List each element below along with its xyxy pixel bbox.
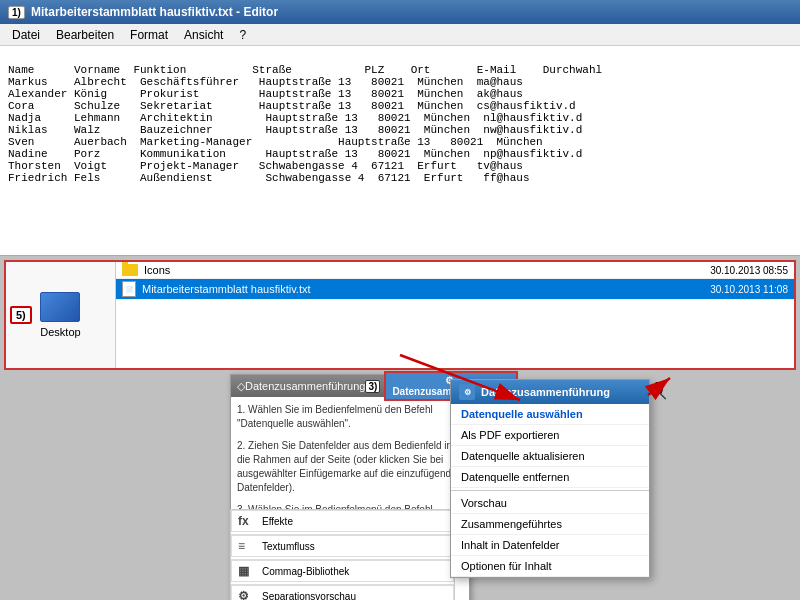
popup-inhalt[interactable]: Inhalt in Datenfelder — [451, 535, 649, 556]
editor-row-7: Nadine Porz Kommunikation Hauptstraße 13… — [8, 148, 582, 160]
fx-commag-label: Commag-Bibliothek — [262, 566, 349, 577]
menu-format[interactable]: Format — [122, 26, 176, 44]
title-bar: 1) Mitarbeiterstammblatt hausfiktiv.txt … — [0, 0, 800, 24]
fx-icon: fx — [238, 514, 256, 528]
editor-row-2: Alexander König Prokurist Hauptstraße 13… — [8, 88, 523, 100]
desktop-image — [40, 292, 80, 322]
editor-row-4: Nadja Lehmann Architektin Hauptstraße 13… — [8, 112, 582, 124]
file-row-txt[interactable]: 📄 Mitarbeiterstammblatt hausfiktiv.txt 3… — [116, 279, 794, 300]
editor-row-6: Sven Auerbach Marketing-Manager Hauptstr… — [8, 136, 543, 148]
menu-help[interactable]: ? — [231, 26, 254, 44]
popup-optionen[interactable]: Optionen für Inhalt — [451, 556, 649, 577]
editor-row-5: Niklas Walz Bauzeichner Hauptstraße 13 8… — [8, 124, 582, 136]
step-4-label: 4) — [652, 379, 664, 394]
menu-datei[interactable]: Datei — [4, 26, 48, 44]
popup-icon: ⚙ — [459, 384, 475, 400]
popup-header: ⚙ Datenzusammenführung — [451, 380, 649, 404]
desktop-icon: Desktop — [40, 292, 80, 338]
menu-bar: Datei Bearbeiten Format Ansicht ? — [0, 24, 800, 46]
popup-entfernen[interactable]: Datenquelle entfernen — [451, 467, 649, 488]
fx-separations-label: Separationsvorschau — [262, 591, 356, 601]
fx-textumfluss-label: Textumfluss — [262, 541, 315, 552]
menu-bearbeiten[interactable]: Bearbeiten — [48, 26, 122, 44]
fx-textumfluss[interactable]: ≡ Textumfluss — [231, 535, 454, 557]
popup-datenquelle[interactable]: Datenquelle auswählen — [451, 404, 649, 425]
popup-aktualisieren[interactable]: Datenquelle aktualisieren — [451, 446, 649, 467]
daten-title-text: ◇ — [237, 380, 245, 393]
menu-ansicht[interactable]: Ansicht — [176, 26, 231, 44]
file-date-txt: 30.10.2013 11:08 — [710, 284, 788, 295]
daten-title-bar: ◇ Datenzusammenführung 3) ⚙ Datenzusamme… — [231, 375, 469, 397]
window-title: Mitarbeiterstammblatt hausfiktiv.txt - E… — [31, 5, 278, 19]
popup-title: Datenzusammenführung — [481, 386, 610, 398]
file-list: Icons 30.10.2013 08:55 📄 Mitarbeiterstam… — [116, 262, 794, 368]
editor-row-1: Markus Albrecht Geschäftsführer Hauptstr… — [8, 76, 523, 88]
popup-divider — [451, 490, 649, 491]
step-3-badge: 3) — [365, 380, 380, 393]
desktop-label: Desktop — [40, 326, 80, 338]
file-name-icons: Icons — [144, 264, 704, 276]
popup-zusammengefuehrtes[interactable]: Zusammengeführtes — [451, 514, 649, 535]
editor-header: Name Vorname Funktion Straße PLZ Ort E-M… — [8, 64, 602, 76]
instruction-1: 1. Wählen Sie im Bedienfelmenü den Befeh… — [237, 403, 463, 431]
file-browser: 5) Desktop Icons 30.10.2013 08:55 📄 Mita… — [4, 260, 796, 370]
separations-icon: ⚙ — [238, 589, 256, 600]
popup-pdf[interactable]: Als PDF exportieren — [451, 425, 649, 446]
txt-icon: 📄 — [122, 281, 136, 297]
editor-content: Name Vorname Funktion Straße PLZ Ort E-M… — [0, 46, 800, 256]
fx-separations[interactable]: ⚙ Separationsvorschau — [231, 585, 454, 600]
file-name-txt: Mitarbeiterstammblatt hausfiktiv.txt — [142, 283, 704, 295]
file-date-icons: 30.10.2013 08:55 — [710, 265, 788, 276]
step-5-badge: 5) — [10, 306, 32, 324]
editor-row-9: Friedrich Fels Außendienst Schwabengasse… — [8, 172, 530, 184]
fx-effekte-label: Effekte — [262, 516, 293, 527]
popup-menu: ⚙ Datenzusammenführung Datenquelle auswä… — [450, 379, 650, 578]
file-row-icons[interactable]: Icons 30.10.2013 08:55 — [116, 262, 794, 279]
folder-icon — [122, 264, 138, 276]
fx-commag[interactable]: ▦ Commag-Bibliothek — [231, 560, 454, 582]
fx-panel: fx Effekte ≡ Textumfluss ▦ Commag-Biblio… — [230, 509, 455, 600]
textumfluss-icon: ≡ — [238, 539, 256, 553]
commag-icon: ▦ — [238, 564, 256, 578]
fx-effekte[interactable]: fx Effekte — [231, 510, 454, 532]
instruction-2: 2. Ziehen Sie Datenfelder aus dem Bedien… — [237, 439, 463, 495]
popup-vorschau[interactable]: Vorschau — [451, 493, 649, 514]
bottom-area: ◇ Datenzusammenführung 3) ⚙ Datenzusamme… — [0, 374, 800, 600]
daten-title-label: Datenzusammenführung — [245, 380, 365, 392]
step-1-badge: 1) — [8, 6, 25, 19]
editor-row-3: Cora Schulze Sekretariat Hauptstraße 13 … — [8, 100, 576, 112]
editor-row-8: Thorsten Voigt Projekt-Manager Schwabeng… — [8, 160, 523, 172]
